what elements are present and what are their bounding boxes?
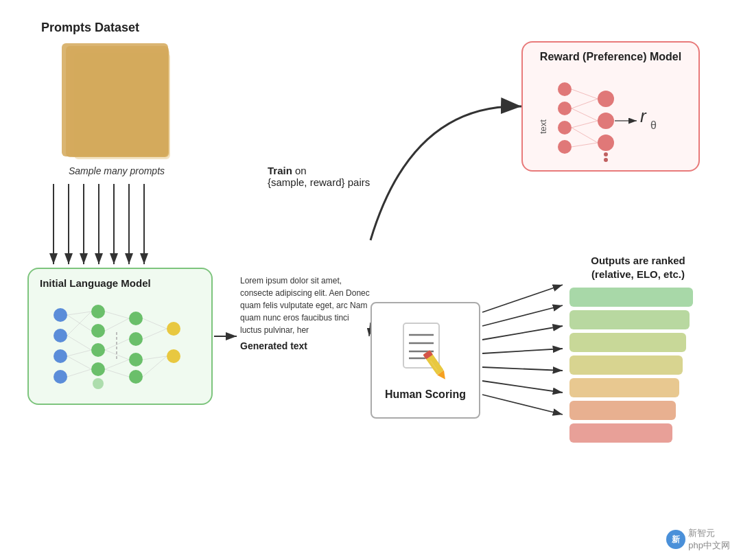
rank-bar-3 bbox=[569, 333, 686, 352]
svg-point-32 bbox=[167, 349, 180, 363]
svg-line-15 bbox=[482, 367, 563, 371]
ranked-outputs-section: Outputs are ranked (relative, ELO, etc.) bbox=[569, 254, 707, 446]
page-4 bbox=[62, 43, 168, 156]
lang-model-title: Initial Language Model bbox=[40, 277, 200, 289]
generated-text-area: Lorem ipsum dolor sit amet, consecte adi… bbox=[240, 275, 370, 351]
svg-line-36 bbox=[67, 336, 91, 350]
svg-point-26 bbox=[93, 378, 104, 389]
train-label: Train on {sample, reward} pairs bbox=[268, 165, 370, 188]
reward-model-box: Reward (Preference) Model text bbox=[521, 41, 700, 172]
human-scoring-box: Human Scoring bbox=[370, 302, 480, 419]
prompts-title: Prompts Dataset bbox=[41, 21, 192, 35]
svg-line-46 bbox=[143, 318, 167, 329]
svg-line-35 bbox=[67, 312, 91, 336]
svg-point-30 bbox=[129, 370, 143, 384]
svg-point-67 bbox=[598, 135, 614, 151]
watermark-logo: 新 bbox=[666, 530, 685, 549]
svg-point-28 bbox=[129, 332, 143, 346]
sample-label: Sample many prompts bbox=[41, 165, 192, 176]
lang-model-nn bbox=[40, 294, 191, 390]
train-rest: {sample, reward} pairs bbox=[268, 176, 370, 188]
svg-point-68 bbox=[604, 152, 608, 156]
rank-bar-4 bbox=[569, 355, 683, 375]
svg-line-74 bbox=[572, 128, 598, 143]
svg-point-21 bbox=[54, 370, 67, 384]
svg-line-45 bbox=[105, 369, 129, 377]
svg-point-22 bbox=[91, 305, 105, 318]
svg-point-31 bbox=[167, 322, 180, 336]
svg-line-11 bbox=[482, 285, 563, 312]
rank-bar-1 bbox=[569, 288, 693, 307]
svg-point-65 bbox=[598, 91, 614, 107]
reward-model-title: Reward (Preference) Model bbox=[534, 51, 687, 63]
svg-line-41 bbox=[105, 318, 129, 331]
svg-line-73 bbox=[572, 121, 598, 128]
svg-line-75 bbox=[572, 143, 598, 147]
svg-point-62 bbox=[558, 102, 572, 115]
rank-bar-7 bbox=[569, 423, 672, 443]
watermark-text: 新智元php中文网 bbox=[688, 527, 730, 552]
svg-point-19 bbox=[54, 329, 67, 342]
svg-point-29 bbox=[129, 353, 143, 366]
svg-line-34 bbox=[67, 315, 91, 331]
svg-line-47 bbox=[143, 329, 167, 339]
rank-bar-2 bbox=[569, 310, 690, 329]
rank-bar-6 bbox=[569, 401, 676, 420]
svg-line-17 bbox=[482, 395, 563, 415]
generated-text-content: Lorem ipsum dolor sit amet, consecte adi… bbox=[240, 275, 370, 336]
svg-text:text: text bbox=[538, 119, 548, 134]
svg-point-61 bbox=[558, 82, 572, 96]
svg-line-33 bbox=[67, 312, 91, 315]
svg-text:θ: θ bbox=[650, 119, 657, 131]
reward-model-nn: text r θ bbox=[534, 69, 692, 165]
svg-line-70 bbox=[572, 89, 598, 99]
train-bold: Train bbox=[268, 165, 292, 176]
svg-point-27 bbox=[129, 312, 143, 325]
svg-line-72 bbox=[572, 108, 598, 121]
stacked-pages bbox=[62, 43, 172, 160]
svg-line-16 bbox=[482, 381, 563, 393]
prompts-dataset-section: Prompts Dataset Sample many prompts bbox=[41, 21, 192, 176]
generated-text-label: Generated text bbox=[240, 340, 370, 351]
svg-point-64 bbox=[558, 140, 572, 154]
svg-point-25 bbox=[91, 362, 105, 376]
svg-line-40 bbox=[105, 312, 129, 318]
svg-point-23 bbox=[91, 324, 105, 338]
svg-line-12 bbox=[482, 305, 563, 326]
svg-point-66 bbox=[598, 113, 614, 129]
svg-point-69 bbox=[604, 158, 608, 162]
watermark: 新 新智元php中文网 bbox=[666, 527, 730, 552]
human-scoring-label: Human Scoring bbox=[385, 388, 466, 401]
document-pencil-icon bbox=[398, 320, 453, 382]
svg-line-39 bbox=[67, 369, 91, 377]
ranked-title: Outputs are ranked (relative, ELO, etc.) bbox=[569, 254, 707, 281]
diagram-container: Prompts Dataset Sample many prompts Init… bbox=[0, 0, 741, 560]
svg-line-38 bbox=[67, 356, 91, 369]
svg-point-24 bbox=[91, 343, 105, 357]
svg-line-14 bbox=[482, 349, 563, 353]
lang-model-box: Initial Language Model bbox=[27, 268, 213, 405]
svg-line-13 bbox=[482, 326, 563, 340]
rank-bar-5 bbox=[569, 378, 679, 397]
svg-point-20 bbox=[54, 349, 67, 363]
svg-point-18 bbox=[54, 308, 67, 322]
svg-line-71 bbox=[572, 99, 598, 108]
svg-point-63 bbox=[558, 121, 572, 135]
svg-line-44 bbox=[105, 360, 129, 369]
svg-text:r: r bbox=[640, 106, 647, 126]
svg-line-37 bbox=[67, 350, 91, 356]
